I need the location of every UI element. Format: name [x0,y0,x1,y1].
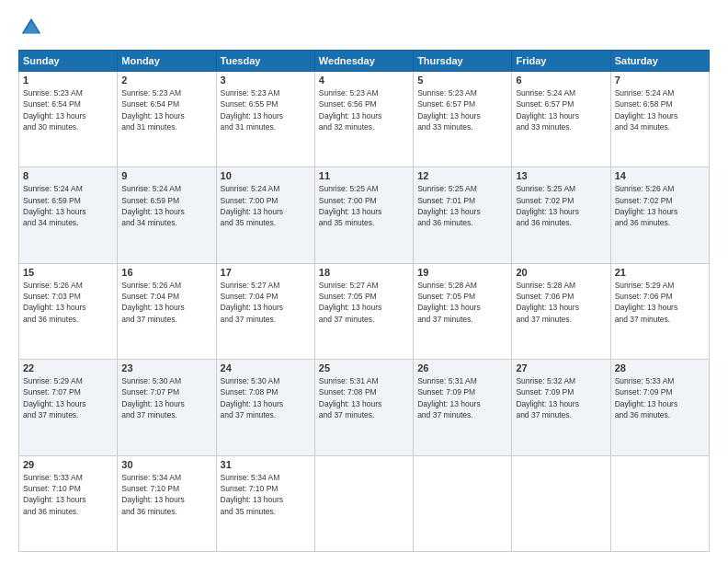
cell-content: Sunrise: 5:28 AM Sunset: 7:05 PM Dayligh… [417,280,507,325]
calendar-cell-11: 11Sunrise: 5:25 AM Sunset: 7:00 PM Dayli… [314,167,413,263]
day-number: 28 [615,362,705,373]
cell-content: Sunrise: 5:33 AM Sunset: 7:09 PM Dayligh… [615,375,705,420]
cell-content: Sunrise: 5:25 AM Sunset: 7:02 PM Dayligh… [516,183,606,228]
cell-content: Sunrise: 5:30 AM Sunset: 7:08 PM Dayligh… [221,375,311,420]
calendar-cell-22: 22Sunrise: 5:29 AM Sunset: 7:07 PM Dayli… [19,360,118,455]
calendar-cell-28: 28Sunrise: 5:33 AM Sunset: 7:09 PM Dayli… [610,360,709,455]
cell-content: Sunrise: 5:24 AM Sunset: 6:57 PM Dayligh… [516,87,606,132]
calendar-cell-14: 14Sunrise: 5:26 AM Sunset: 7:02 PM Dayli… [610,167,709,263]
day-number: 24 [221,362,311,373]
day-number: 19 [417,267,507,278]
calendar-week-5: 29Sunrise: 5:33 AM Sunset: 7:10 PM Dayli… [19,455,710,551]
cell-content: Sunrise: 5:23 AM Sunset: 6:54 PM Dayligh… [23,87,113,132]
calendar-header-sunday: Sunday [19,51,118,72]
calendar-week-2: 8Sunrise: 5:24 AM Sunset: 6:59 PM Daylig… [19,167,710,263]
day-number: 16 [121,267,211,278]
calendar-cell-2: 2Sunrise: 5:23 AM Sunset: 6:54 PM Daylig… [118,72,216,167]
calendar-header-wednesday: Wednesday [314,51,413,72]
calendar-cell-16: 16Sunrise: 5:26 AM Sunset: 7:04 PM Dayli… [118,263,216,359]
calendar-cell-10: 10Sunrise: 5:24 AM Sunset: 7:00 PM Dayli… [216,167,314,263]
cell-content: Sunrise: 5:25 AM Sunset: 7:01 PM Dayligh… [417,183,507,228]
calendar-cell-6: 6Sunrise: 5:24 AM Sunset: 6:57 PM Daylig… [512,72,610,167]
day-number: 18 [319,267,409,278]
cell-content: Sunrise: 5:26 AM Sunset: 7:02 PM Dayligh… [615,183,705,228]
day-number: 14 [615,170,705,181]
cell-content: Sunrise: 5:23 AM Sunset: 6:57 PM Dayligh… [417,87,507,132]
calendar-cell-4: 4Sunrise: 5:23 AM Sunset: 6:56 PM Daylig… [314,72,413,167]
day-number: 5 [417,75,507,86]
calendar-cell-27: 27Sunrise: 5:32 AM Sunset: 7:09 PM Dayli… [512,360,610,455]
day-number: 2 [121,75,211,86]
cell-content: Sunrise: 5:24 AM Sunset: 6:59 PM Dayligh… [121,183,211,228]
header [18,15,710,40]
calendar-cell-17: 17Sunrise: 5:27 AM Sunset: 7:04 PM Dayli… [216,263,314,359]
cell-content: Sunrise: 5:24 AM Sunset: 6:59 PM Dayligh… [23,183,113,228]
cell-content: Sunrise: 5:29 AM Sunset: 7:07 PM Dayligh… [23,375,113,420]
logo-icon [18,15,44,40]
calendar-cell-12: 12Sunrise: 5:25 AM Sunset: 7:01 PM Dayli… [414,167,512,263]
day-number: 4 [319,75,409,86]
calendar-cell-empty [610,455,709,551]
day-number: 25 [319,362,409,373]
day-number: 11 [319,170,409,181]
calendar-cell-9: 9Sunrise: 5:24 AM Sunset: 6:59 PM Daylig… [118,167,216,263]
cell-content: Sunrise: 5:23 AM Sunset: 6:55 PM Dayligh… [221,87,311,132]
calendar-header-monday: Monday [118,51,216,72]
calendar-header-tuesday: Tuesday [216,51,314,72]
calendar-table: SundayMondayTuesdayWednesdayThursdayFrid… [18,50,710,552]
day-number: 8 [23,170,113,181]
cell-content: Sunrise: 5:31 AM Sunset: 7:08 PM Dayligh… [319,375,409,420]
cell-content: Sunrise: 5:23 AM Sunset: 6:56 PM Dayligh… [319,87,409,132]
calendar-week-4: 22Sunrise: 5:29 AM Sunset: 7:07 PM Dayli… [19,360,710,455]
cell-content: Sunrise: 5:25 AM Sunset: 7:00 PM Dayligh… [319,183,409,228]
calendar-cell-8: 8Sunrise: 5:24 AM Sunset: 6:59 PM Daylig… [19,167,118,263]
calendar-cell-20: 20Sunrise: 5:28 AM Sunset: 7:06 PM Dayli… [512,263,610,359]
day-number: 27 [516,362,606,373]
calendar-cell-13: 13Sunrise: 5:25 AM Sunset: 7:02 PM Dayli… [512,167,610,263]
calendar-header-row: SundayMondayTuesdayWednesdayThursdayFrid… [19,51,710,72]
cell-content: Sunrise: 5:26 AM Sunset: 7:04 PM Dayligh… [121,280,211,325]
cell-content: Sunrise: 5:28 AM Sunset: 7:06 PM Dayligh… [516,280,606,325]
calendar-cell-23: 23Sunrise: 5:30 AM Sunset: 7:07 PM Dayli… [118,360,216,455]
day-number: 13 [516,170,606,181]
cell-content: Sunrise: 5:27 AM Sunset: 7:04 PM Dayligh… [221,280,311,325]
calendar-cell-21: 21Sunrise: 5:29 AM Sunset: 7:06 PM Dayli… [610,263,709,359]
day-number: 3 [221,75,311,86]
cell-content: Sunrise: 5:31 AM Sunset: 7:09 PM Dayligh… [417,375,507,420]
calendar-cell-empty [414,455,512,551]
day-number: 6 [516,75,606,86]
calendar-week-3: 15Sunrise: 5:26 AM Sunset: 7:03 PM Dayli… [19,263,710,359]
day-number: 29 [23,459,113,470]
day-number: 15 [23,267,113,278]
calendar-cell-15: 15Sunrise: 5:26 AM Sunset: 7:03 PM Dayli… [19,263,118,359]
day-number: 9 [121,170,211,181]
logo [18,15,48,40]
cell-content: Sunrise: 5:26 AM Sunset: 7:03 PM Dayligh… [23,280,113,325]
day-number: 23 [121,362,211,373]
calendar-cell-25: 25Sunrise: 5:31 AM Sunset: 7:08 PM Dayli… [314,360,413,455]
cell-content: Sunrise: 5:34 AM Sunset: 7:10 PM Dayligh… [121,472,211,517]
day-number: 7 [615,75,705,86]
cell-content: Sunrise: 5:33 AM Sunset: 7:10 PM Dayligh… [23,472,113,517]
day-number: 12 [417,170,507,181]
calendar-cell-26: 26Sunrise: 5:31 AM Sunset: 7:09 PM Dayli… [414,360,512,455]
calendar-cell-7: 7Sunrise: 5:24 AM Sunset: 6:58 PM Daylig… [610,72,709,167]
page: SundayMondayTuesdayWednesdayThursdayFrid… [0,0,728,563]
day-number: 1 [23,75,113,86]
day-number: 30 [121,459,211,470]
day-number: 26 [417,362,507,373]
calendar-cell-empty [512,455,610,551]
day-number: 21 [615,267,705,278]
calendar-cell-5: 5Sunrise: 5:23 AM Sunset: 6:57 PM Daylig… [414,72,512,167]
calendar-cell-empty [314,455,413,551]
calendar-header-saturday: Saturday [610,51,709,72]
calendar-cell-3: 3Sunrise: 5:23 AM Sunset: 6:55 PM Daylig… [216,72,314,167]
day-number: 10 [221,170,311,181]
cell-content: Sunrise: 5:24 AM Sunset: 7:00 PM Dayligh… [221,183,311,228]
calendar-cell-29: 29Sunrise: 5:33 AM Sunset: 7:10 PM Dayli… [19,455,118,551]
calendar-week-1: 1Sunrise: 5:23 AM Sunset: 6:54 PM Daylig… [19,72,710,167]
calendar-header-thursday: Thursday [414,51,512,72]
calendar-cell-30: 30Sunrise: 5:34 AM Sunset: 7:10 PM Dayli… [118,455,216,551]
cell-content: Sunrise: 5:34 AM Sunset: 7:10 PM Dayligh… [221,472,311,517]
calendar-cell-1: 1Sunrise: 5:23 AM Sunset: 6:54 PM Daylig… [19,72,118,167]
